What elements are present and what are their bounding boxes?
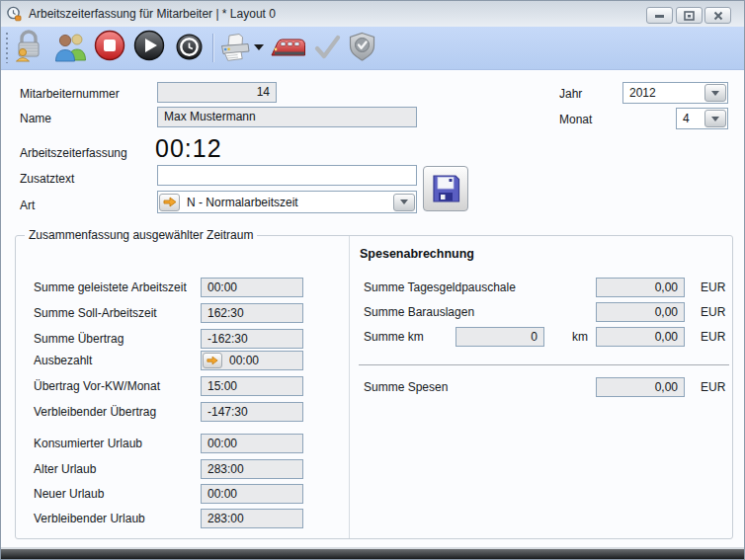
summary-row-label: Neuer Urlaub [34, 487, 104, 501]
orange-arrow-icon [163, 197, 177, 207]
clock-button[interactable] [176, 34, 203, 64]
spesen-row-value: 0,00 [596, 327, 685, 347]
train-icon [270, 37, 307, 64]
chevron-down-icon [711, 117, 719, 121]
summary-row-value: 00:00 [223, 352, 259, 370]
spesen-row-value: 0,00 [596, 302, 685, 322]
app-clock-icon [6, 6, 23, 23]
ausbezahlt-arrow-button[interactable] [203, 353, 222, 368]
users-button[interactable] [54, 31, 88, 66]
name-label: Name [20, 112, 51, 125]
print-options-button[interactable] [254, 44, 264, 50]
chevron-down-icon [711, 91, 719, 96]
spesen-separator [359, 364, 729, 365]
summary-row-value: 00:00 [201, 434, 303, 453]
art-value: N - Normalarbeitszeit [181, 196, 392, 209]
elapsed-time-display: 00:12 [155, 134, 222, 163]
name-field: Max Mustermann [157, 107, 417, 127]
monat-select[interactable]: 4 [676, 108, 728, 129]
play-button[interactable] [133, 30, 165, 65]
jahr-label: Jahr [559, 87, 582, 101]
summary-row-label: Summe Soll-Arbeitszeit [34, 306, 157, 320]
check-icon [313, 35, 341, 64]
summary-row-label: Verbleibender Urlaub [34, 512, 145, 525]
app-window: Arbeitszeiterfassung für Mitarbeiter | *… [0, 0, 745, 560]
clock-icon [176, 34, 203, 64]
monat-value: 4 [677, 112, 704, 125]
ausbezahlt-field: 00:00 [201, 351, 303, 370]
users-icon [54, 31, 88, 66]
spesen-row-value: 0,00 [596, 377, 685, 397]
summary-row-label: Alter Urlaub [34, 462, 96, 476]
window-bottom-border [1, 549, 744, 559]
summary-row-value: -147:30 [201, 402, 303, 422]
spesen-row-label: Summe Spesen [364, 380, 448, 394]
column-divider [349, 236, 350, 538]
printer-icon [219, 33, 251, 67]
summary-row-label: Summe Übertrag [34, 332, 124, 346]
art-select[interactable]: N - Normalarbeitszeit [157, 191, 417, 213]
toolbar-drag-handle[interactable] [6, 33, 8, 63]
summary-row-label: Verbleibender Übertrag [34, 405, 156, 419]
summary-group-title: Zusammenfassung ausgewählter Zeitraum [25, 228, 257, 242]
window-title: Arbeitszeiterfassung für Mitarbeiter | *… [29, 7, 276, 21]
titlebar[interactable]: Arbeitszeiterfassung für Mitarbeiter | *… [1, 1, 744, 28]
currency-label: EUR [701, 305, 725, 319]
summary-row-value: -162:30 [201, 329, 303, 349]
stop-icon [94, 30, 125, 65]
toolbar-separator [212, 34, 213, 62]
chevron-down-icon [400, 200, 408, 204]
summary-row-label: Summe geleistete Arbeitszeit [34, 280, 187, 294]
summary-row-value: 283:00 [201, 459, 303, 479]
spesen-section-title: Spesenabrechnung [360, 247, 474, 261]
zusatztext-input[interactable] [157, 165, 417, 186]
summary-row-value: 00:00 [201, 484, 303, 504]
close-button[interactable] [704, 7, 731, 24]
spesen-row-label: Summe Barauslagen [364, 305, 474, 319]
monat-label: Monat [559, 113, 592, 126]
summary-row-value: 162:30 [201, 303, 303, 323]
shield-check-icon [348, 32, 376, 67]
currency-label: EUR [701, 380, 725, 394]
floppy-disk-icon [429, 172, 462, 205]
art-dropdown-button[interactable] [393, 194, 415, 211]
summary-row-label: Ausbezahlt [34, 354, 92, 367]
art-label: Art [20, 199, 35, 212]
zusatztext-label: Zusatztext [20, 172, 74, 186]
summary-row-label: Übertrag Vor-KW/Monat [34, 379, 160, 393]
summary-row-value: 15:00 [201, 376, 303, 396]
confirm-button[interactable] [313, 35, 341, 64]
monat-dropdown-button[interactable] [704, 110, 726, 127]
lock-user-icon [13, 30, 44, 67]
orange-arrow-icon [207, 356, 218, 365]
arbeitszeiterfassung-label: Arbeitszeiterfassung [20, 146, 127, 160]
km-unit-label: km [572, 330, 588, 344]
jahr-value: 2012 [623, 86, 704, 100]
spesen-row-value: 0,00 [596, 278, 685, 297]
minimize-button[interactable] [646, 7, 673, 24]
spesen-row-label: Summe Tagesgeldpauschale [364, 280, 516, 294]
train-button[interactable] [270, 37, 307, 64]
toolbar [1, 27, 744, 70]
printer-dropdown-arrow-icon [254, 44, 264, 50]
jahr-dropdown-button[interactable] [704, 84, 726, 102]
summary-row-label: Konsumierter Urlaub [34, 437, 142, 450]
art-arrow-button[interactable] [159, 194, 180, 211]
currency-label: EUR [701, 280, 725, 294]
spesen-row-label: Summe km [364, 330, 424, 344]
summary-row-value: 283:00 [201, 509, 303, 528]
mitarbeiternummer-field: 14 [157, 82, 277, 103]
km-value-field: 0 [455, 327, 544, 347]
save-button[interactable] [423, 166, 468, 211]
verify-button[interactable] [348, 32, 376, 67]
maximize-button[interactable] [676, 7, 703, 24]
stop-button[interactable] [94, 30, 125, 65]
summary-row-value: 00:00 [201, 278, 303, 297]
print-button[interactable] [219, 33, 251, 67]
jahr-select[interactable]: 2012 [622, 82, 728, 104]
lock-user-button[interactable] [13, 30, 44, 67]
currency-label: EUR [701, 330, 725, 344]
play-icon [133, 30, 165, 65]
mitarbeiternummer-label: Mitarbeiternummer [20, 87, 120, 101]
